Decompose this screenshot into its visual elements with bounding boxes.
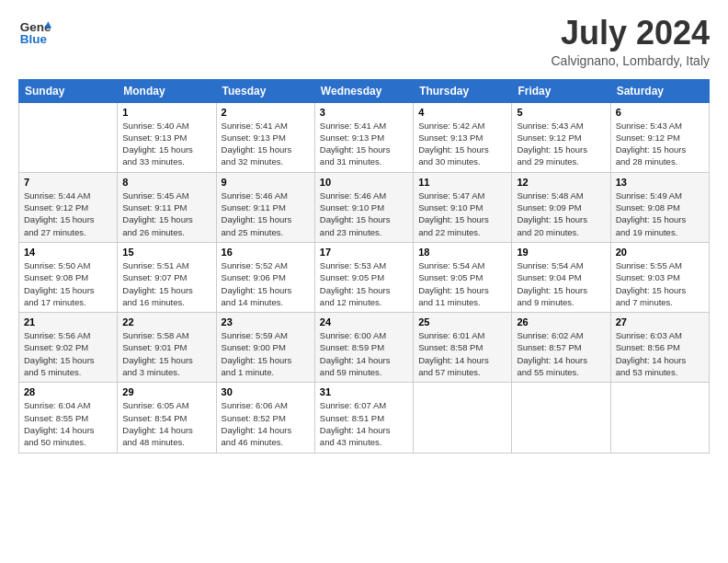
cell-w3-d3: 17Sunrise: 5:53 AMSunset: 9:05 PMDayligh… xyxy=(314,242,413,312)
cell-w3-d2: 16Sunrise: 5:52 AMSunset: 9:06 PMDayligh… xyxy=(216,242,314,312)
day-info: Sunrise: 5:49 AMSunset: 9:08 PMDaylight:… xyxy=(616,190,704,238)
day-number: 28 xyxy=(24,386,112,397)
day-number: 18 xyxy=(418,247,506,258)
week-row-1: 1Sunrise: 5:40 AMSunset: 9:13 PMDaylight… xyxy=(19,102,710,172)
cell-w4-d4: 25Sunrise: 6:01 AMSunset: 8:58 PMDayligh… xyxy=(414,313,512,383)
cell-w1-d0 xyxy=(19,102,118,172)
cell-w4-d5: 26Sunrise: 6:02 AMSunset: 8:57 PMDayligh… xyxy=(512,313,610,383)
week-row-5: 28Sunrise: 6:04 AMSunset: 8:55 PMDayligh… xyxy=(19,383,710,453)
day-number: 6 xyxy=(616,107,704,118)
day-number: 7 xyxy=(24,177,112,188)
day-number: 30 xyxy=(222,386,310,397)
day-number: 21 xyxy=(24,316,112,327)
month-title: July 2024 xyxy=(552,15,711,52)
col-thursday: Thursday xyxy=(414,79,512,102)
day-number: 20 xyxy=(616,247,704,258)
col-sunday: Sunday xyxy=(19,79,118,102)
day-info: Sunrise: 5:50 AMSunset: 9:08 PMDaylight:… xyxy=(24,259,112,308)
day-number: 8 xyxy=(122,177,210,188)
day-number: 19 xyxy=(517,247,605,258)
day-number: 29 xyxy=(122,386,210,397)
cell-w2-d4: 11Sunrise: 5:47 AMSunset: 9:10 PMDayligh… xyxy=(414,172,512,242)
subtitle: Calvignano, Lombardy, Italy xyxy=(552,53,711,68)
day-info: Sunrise: 5:53 AMSunset: 9:05 PMDaylight:… xyxy=(320,259,408,308)
week-row-2: 7Sunrise: 5:44 AMSunset: 9:12 PMDaylight… xyxy=(19,172,710,242)
day-info: Sunrise: 5:42 AMSunset: 9:13 PMDaylight:… xyxy=(418,120,506,168)
col-wednesday: Wednesday xyxy=(314,79,413,102)
cell-w2-d0: 7Sunrise: 5:44 AMSunset: 9:12 PMDaylight… xyxy=(19,172,118,242)
day-number: 13 xyxy=(616,177,704,188)
cell-w3-d4: 18Sunrise: 5:54 AMSunset: 9:05 PMDayligh… xyxy=(414,242,512,312)
day-info: Sunrise: 5:48 AMSunset: 9:09 PMDaylight:… xyxy=(517,190,605,238)
day-number: 16 xyxy=(222,247,310,258)
col-saturday: Saturday xyxy=(610,79,709,102)
page: General Blue July 2024 Calvignano, Lomba… xyxy=(0,0,728,463)
day-number: 11 xyxy=(418,177,506,188)
day-info: Sunrise: 5:56 AMSunset: 9:02 PMDaylight:… xyxy=(24,329,112,378)
col-friday: Friday xyxy=(512,79,610,102)
day-info: Sunrise: 5:52 AMSunset: 9:06 PMDaylight:… xyxy=(222,259,310,308)
day-number: 23 xyxy=(222,316,310,327)
cell-w1-d6: 6Sunrise: 5:43 AMSunset: 9:12 PMDaylight… xyxy=(610,102,709,172)
cell-w4-d2: 23Sunrise: 5:59 AMSunset: 9:00 PMDayligh… xyxy=(216,313,314,383)
col-monday: Monday xyxy=(118,79,216,102)
day-info: Sunrise: 5:59 AMSunset: 9:00 PMDaylight:… xyxy=(222,329,310,378)
cell-w5-d5 xyxy=(512,383,610,453)
col-tuesday: Tuesday xyxy=(216,79,314,102)
day-number: 27 xyxy=(616,316,704,327)
day-number: 24 xyxy=(320,316,408,327)
cell-w5-d1: 29Sunrise: 6:05 AMSunset: 8:54 PMDayligh… xyxy=(118,383,216,453)
day-info: Sunrise: 6:04 AMSunset: 8:55 PMDaylight:… xyxy=(24,399,112,448)
day-info: Sunrise: 6:06 AMSunset: 8:52 PMDaylight:… xyxy=(222,399,310,448)
cell-w1-d4: 4Sunrise: 5:42 AMSunset: 9:13 PMDaylight… xyxy=(414,102,512,172)
day-info: Sunrise: 5:44 AMSunset: 9:12 PMDaylight:… xyxy=(24,190,112,238)
cell-w3-d0: 14Sunrise: 5:50 AMSunset: 9:08 PMDayligh… xyxy=(19,242,118,312)
cell-w2-d6: 13Sunrise: 5:49 AMSunset: 9:08 PMDayligh… xyxy=(610,172,709,242)
cell-w2-d5: 12Sunrise: 5:48 AMSunset: 9:09 PMDayligh… xyxy=(512,172,610,242)
cell-w1-d5: 5Sunrise: 5:43 AMSunset: 9:12 PMDaylight… xyxy=(512,102,610,172)
day-info: Sunrise: 5:43 AMSunset: 9:12 PMDaylight:… xyxy=(517,120,605,168)
cell-w5-d4 xyxy=(414,383,512,453)
day-info: Sunrise: 5:43 AMSunset: 9:12 PMDaylight:… xyxy=(616,120,704,168)
cell-w1-d3: 3Sunrise: 5:41 AMSunset: 9:13 PMDaylight… xyxy=(314,102,413,172)
cell-w4-d1: 22Sunrise: 5:58 AMSunset: 9:01 PMDayligh… xyxy=(118,313,216,383)
day-number: 17 xyxy=(320,247,408,258)
cell-w5-d6 xyxy=(610,383,709,453)
cell-w5-d3: 31Sunrise: 6:07 AMSunset: 8:51 PMDayligh… xyxy=(314,383,413,453)
cell-w3-d1: 15Sunrise: 5:51 AMSunset: 9:07 PMDayligh… xyxy=(118,242,216,312)
cell-w3-d5: 19Sunrise: 5:54 AMSunset: 9:04 PMDayligh… xyxy=(512,242,610,312)
day-info: Sunrise: 6:05 AMSunset: 8:54 PMDaylight:… xyxy=(122,399,210,448)
day-info: Sunrise: 5:54 AMSunset: 9:04 PMDaylight:… xyxy=(517,259,605,308)
cell-w3-d6: 20Sunrise: 5:55 AMSunset: 9:03 PMDayligh… xyxy=(610,242,709,312)
day-info: Sunrise: 5:55 AMSunset: 9:03 PMDaylight:… xyxy=(616,259,704,308)
day-info: Sunrise: 6:03 AMSunset: 8:56 PMDaylight:… xyxy=(616,329,704,378)
day-info: Sunrise: 5:54 AMSunset: 9:05 PMDaylight:… xyxy=(418,259,506,308)
day-info: Sunrise: 5:47 AMSunset: 9:10 PMDaylight:… xyxy=(418,190,506,238)
day-number: 31 xyxy=(320,386,408,397)
day-info: Sunrise: 5:46 AMSunset: 9:11 PMDaylight:… xyxy=(222,190,310,238)
day-info: Sunrise: 5:46 AMSunset: 9:10 PMDaylight:… xyxy=(320,190,408,238)
cell-w2-d1: 8Sunrise: 5:45 AMSunset: 9:11 PMDaylight… xyxy=(118,172,216,242)
logo-icon: General Blue xyxy=(18,15,51,48)
svg-text:Blue: Blue xyxy=(20,32,48,46)
day-number: 9 xyxy=(222,177,310,188)
cell-w4-d3: 24Sunrise: 6:00 AMSunset: 8:59 PMDayligh… xyxy=(314,313,413,383)
day-number: 4 xyxy=(418,107,506,118)
day-number: 15 xyxy=(122,247,210,258)
day-info: Sunrise: 5:41 AMSunset: 9:13 PMDaylight:… xyxy=(320,120,408,168)
header: General Blue July 2024 Calvignano, Lomba… xyxy=(18,15,710,68)
day-number: 5 xyxy=(517,107,605,118)
day-number: 10 xyxy=(320,177,408,188)
cell-w2-d3: 10Sunrise: 5:46 AMSunset: 9:10 PMDayligh… xyxy=(314,172,413,242)
day-info: Sunrise: 5:58 AMSunset: 9:01 PMDaylight:… xyxy=(122,329,210,378)
week-row-3: 14Sunrise: 5:50 AMSunset: 9:08 PMDayligh… xyxy=(19,242,710,312)
day-number: 2 xyxy=(222,107,310,118)
cell-w2-d2: 9Sunrise: 5:46 AMSunset: 9:11 PMDaylight… xyxy=(216,172,314,242)
header-row: Sunday Monday Tuesday Wednesday Thursday… xyxy=(19,79,710,102)
day-number: 26 xyxy=(517,316,605,327)
day-number: 14 xyxy=(24,247,112,258)
day-info: Sunrise: 6:01 AMSunset: 8:58 PMDaylight:… xyxy=(418,329,506,378)
day-info: Sunrise: 5:51 AMSunset: 9:07 PMDaylight:… xyxy=(122,259,210,308)
day-number: 1 xyxy=(122,107,210,118)
day-number: 3 xyxy=(320,107,408,118)
